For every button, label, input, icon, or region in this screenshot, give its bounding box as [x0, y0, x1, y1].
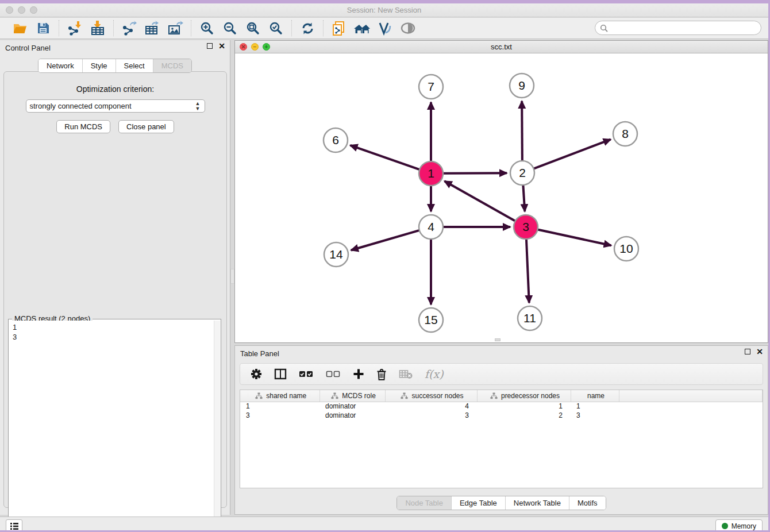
cell[interactable]: 1 — [571, 402, 619, 411]
mcds-result-text[interactable]: 1 3 — [9, 321, 214, 532]
export-network-icon[interactable] — [121, 20, 138, 36]
table-toolbar: f(x) — [240, 363, 763, 385]
function-builder-icon: f(x) — [425, 368, 444, 380]
canvas-resize-grip[interactable] — [495, 338, 500, 341]
zoom-in-icon[interactable] — [198, 20, 215, 36]
run-mcds-button[interactable]: Run MCDS — [56, 120, 110, 133]
node-label-4: 4 — [428, 220, 434, 233]
cell[interactable]: 4 — [385, 402, 477, 411]
add-column-icon[interactable] — [353, 368, 364, 380]
search-input[interactable] — [611, 24, 761, 32]
control-panel-title: Control Panel — [5, 44, 51, 52]
import-table-icon[interactable] — [89, 20, 106, 36]
zoom-fit-icon[interactable] — [244, 20, 261, 36]
network-graph[interactable]: 7968124314101511 — [235, 53, 768, 342]
node-label-2: 2 — [519, 166, 526, 179]
column-layout-icon[interactable] — [274, 368, 287, 380]
open-folder-icon[interactable] — [11, 20, 29, 36]
refresh-icon[interactable] — [299, 20, 316, 36]
cell[interactable]: dominator — [319, 411, 385, 420]
cell[interactable]: 1 — [477, 402, 571, 411]
cell[interactable]: dominator — [319, 402, 385, 411]
panel-divider-grip[interactable] — [230, 269, 234, 284]
node-label-14: 14 — [329, 248, 343, 261]
tab-style[interactable]: Style — [82, 59, 116, 72]
result-scrollbar[interactable] — [214, 321, 220, 532]
optimization-criterion-select[interactable]: strongly connected component ▲▼ — [26, 99, 205, 113]
tab-edge-table[interactable]: Edge Table — [451, 496, 505, 510]
home-icon[interactable] — [353, 20, 371, 36]
delete-table-icon — [399, 369, 413, 379]
select-all-checkboxes-icon[interactable] — [299, 370, 314, 378]
memory-status-icon — [722, 523, 728, 529]
node-table[interactable]: shared nameMCDS rolesuccessor nodesprede… — [240, 390, 763, 488]
save-session-icon[interactable] — [34, 20, 52, 36]
tab-select[interactable]: Select — [116, 59, 153, 72]
show-graphics-details-eye-icon[interactable] — [399, 20, 417, 36]
cell[interactable]: 3 — [385, 411, 477, 420]
edge-3-1[interactable] — [445, 181, 515, 221]
node-label-8: 8 — [622, 127, 629, 140]
edge-2-9[interactable] — [522, 101, 522, 161]
deselect-all-checkboxes-icon[interactable] — [326, 370, 341, 378]
chevron-up-down-icon: ▲▼ — [195, 101, 201, 111]
column-header-predecessor-nodes[interactable]: predecessor nodes — [477, 390, 571, 402]
import-network-icon[interactable] — [66, 20, 83, 36]
tab-motifs[interactable]: Motifs — [569, 496, 606, 510]
cell[interactable]: 2 — [477, 411, 571, 420]
tab-mcds[interactable]: MCDS — [153, 59, 191, 72]
float-panel-icon[interactable] — [207, 43, 213, 49]
float-table-panel-icon[interactable] — [745, 349, 750, 354]
open-session-file-icon[interactable] — [330, 20, 348, 36]
close-panel-button[interactable]: Close panel — [118, 120, 174, 133]
tab-network-table[interactable]: Network Table — [505, 496, 569, 510]
edge-1-6[interactable] — [350, 145, 419, 169]
memory-button[interactable]: Memory — [715, 519, 763, 532]
control-panel: Control Panel ✕ Network Style Select MCD… — [0, 40, 230, 515]
column-header-successor-nodes[interactable]: successor nodes — [385, 390, 477, 402]
search-icon — [600, 24, 608, 32]
network-window-title: scc.txt — [235, 43, 768, 51]
settings-gear-icon[interactable] — [251, 368, 262, 380]
tab-network[interactable]: Network — [38, 59, 82, 72]
main-toolbar — [0, 18, 768, 39]
global-search-field[interactable] — [595, 21, 761, 35]
vizmapper-icon[interactable] — [376, 20, 394, 36]
cell[interactable]: 1 — [240, 402, 319, 411]
tab-node-table[interactable]: Node Table — [397, 496, 451, 510]
node-label-7: 7 — [428, 80, 434, 93]
mcds-panel: Optimization criterion: strongly connect… — [3, 71, 227, 508]
status-bar: Memory — [0, 516, 768, 532]
cell[interactable]: 3 — [571, 411, 619, 420]
table-panel-title: Table Panel — [240, 349, 279, 358]
cell[interactable]: 3 — [240, 411, 319, 420]
export-table-icon[interactable] — [144, 20, 161, 36]
task-history-button[interactable] — [6, 519, 22, 532]
column-header-shared-name[interactable]: shared name — [240, 390, 319, 402]
node-label-9: 9 — [518, 79, 525, 92]
edge-1-2[interactable] — [443, 173, 507, 174]
window-title: Session: New Session — [0, 6, 768, 14]
edge-3-10[interactable] — [538, 229, 611, 245]
edge-2-8[interactable] — [534, 140, 611, 169]
node-label-3: 3 — [522, 220, 529, 233]
table-row[interactable]: 1dominator411 — [240, 402, 763, 411]
table-row[interactable]: 3dominator323 — [240, 411, 763, 420]
node-label-1: 1 — [428, 167, 434, 180]
close-panel-icon[interactable]: ✕ — [218, 43, 225, 49]
column-header-MCDS-role[interactable]: MCDS role — [319, 390, 385, 402]
zoom-out-icon[interactable] — [221, 20, 238, 36]
edge-3-11[interactable] — [526, 239, 529, 303]
list-icon — [10, 522, 19, 530]
export-image-icon[interactable] — [167, 20, 184, 36]
edge-2-3[interactable] — [523, 185, 525, 211]
zoom-selected-icon[interactable] — [267, 20, 284, 36]
table-panel: Table Panel ✕ f(x) share — [234, 345, 768, 515]
column-header-name[interactable]: name — [571, 390, 619, 402]
optimization-criterion-label: Optimization criterion: — [4, 84, 226, 94]
close-table-panel-icon[interactable]: ✕ — [756, 349, 763, 354]
edge-4-14[interactable] — [351, 230, 419, 250]
delete-column-trash-icon[interactable] — [376, 368, 387, 380]
node-label-11: 11 — [523, 311, 536, 325]
network-canvas[interactable]: 7968124314101511 — [235, 53, 768, 342]
